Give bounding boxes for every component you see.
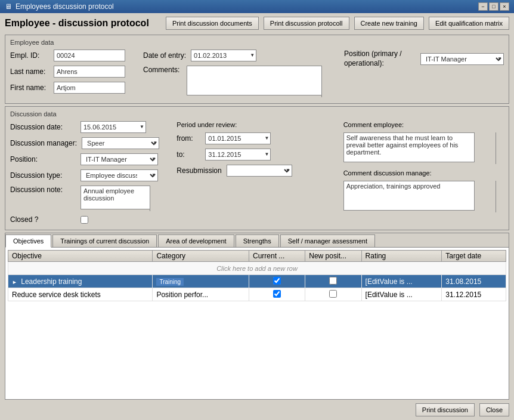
period-from-label: from:: [177, 134, 200, 143]
position-section: Position (primary / operational): IT-IT …: [344, 50, 504, 70]
position-primary-label: Position (primary / operational):: [344, 50, 416, 68]
row1-category: Training: [153, 275, 249, 288]
row1-current: [249, 275, 305, 288]
main-content: Employee - discussion protocol Print dis…: [0, 13, 514, 420]
employee-data-panel: Employee data Empl. ID: Last name: First…: [5, 35, 509, 104]
table-row[interactable]: ► Leadership training Training [EditVal: [8, 275, 506, 288]
add-row-text[interactable]: Click here to add a new row: [8, 262, 506, 275]
tab-self-assessment[interactable]: Self / manager assessment: [280, 234, 375, 247]
row1-objective: ► Leadership training: [8, 275, 153, 288]
footer-row: Print discussion Close: [5, 402, 509, 416]
disc-date-row: Discussion date:: [10, 121, 171, 133]
row1-expander[interactable]: ►: [12, 279, 17, 285]
comments-row: Comments:: [143, 66, 330, 97]
period-from-input[interactable]: [205, 132, 271, 144]
employee-id-section: Empl. ID: Last name: First name:: [10, 50, 125, 96]
restore-button[interactable]: □: [489, 2, 498, 11]
closed-label: Closed ?: [10, 215, 76, 224]
position-row: Position (primary / operational): IT-IT …: [344, 50, 504, 68]
comments-textarea[interactable]: [187, 66, 330, 95]
row1-new-pos: [305, 275, 361, 288]
col-target-date: Target date: [442, 251, 506, 262]
comment-manager-textarea[interactable]: Appreciation, trainings approved: [343, 181, 475, 211]
comments-scrollbar: [321, 66, 330, 97]
comment-employee-wrapper: Self awareness that he must learn to pre…: [343, 132, 504, 164]
edit-matrix-button[interactable]: Edit qualification matrix: [429, 17, 509, 30]
row2-new-pos-checkbox[interactable]: [329, 290, 337, 298]
title-bar: 🖥 Employees discussion protocol − □ ×: [0, 0, 514, 13]
discussion-data-title: Discussion data: [10, 110, 504, 118]
comment-employee-scrollbar: [496, 132, 504, 164]
comment-employee-textarea[interactable]: Self awareness that he must learn to pre…: [343, 132, 475, 162]
close-main-button[interactable]: Close: [479, 403, 509, 416]
row2-new-pos: [305, 288, 361, 301]
employee-data-title: Employee data: [10, 39, 504, 46]
tabs-container: Objectives Trainings of current discussi…: [5, 233, 509, 400]
row1-target-date: 31.08.2015: [442, 275, 506, 288]
first-name-row: First name:: [10, 82, 125, 94]
minimize-button[interactable]: −: [478, 2, 488, 11]
disc-manager-label: Discussion manager:: [10, 139, 77, 147]
disc-position-label: Position:: [10, 155, 76, 163]
last-name-input[interactable]: [54, 66, 125, 78]
table-row[interactable]: Reduce service desk tickets Position per…: [8, 288, 506, 301]
disc-manager-select[interactable]: Speer: [82, 137, 159, 149]
last-name-label: Last name:: [10, 67, 49, 76]
disc-type-label: Discussion type:: [10, 171, 76, 180]
row2-current-checkbox[interactable]: [273, 290, 281, 298]
disc-note-row: Discussion note: Annual employee discuss…: [10, 186, 171, 211]
col-current: Current ...: [249, 251, 305, 262]
date-entry-row: Date of entry:: [143, 50, 330, 61]
row1-category-tag: Training: [156, 278, 184, 286]
disc-type-select[interactable]: Employee discussion: [80, 169, 158, 181]
closed-checkbox[interactable]: [80, 216, 88, 224]
disc-position-select[interactable]: IT-IT Manager: [80, 153, 158, 165]
app-icon: 🖥: [5, 2, 12, 11]
print-docs-button[interactable]: Print discussion documents: [166, 17, 259, 30]
date-entry-input[interactable]: [191, 50, 256, 61]
comment-employee-label-row: Comment employee:: [343, 121, 504, 128]
disc-manager-row: Discussion manager: Speer: [10, 137, 171, 149]
disc-middle-col: Period under review: from: to: Resubmiss…: [177, 121, 337, 226]
empl-id-input[interactable]: [54, 50, 125, 61]
period-to-input[interactable]: [205, 149, 271, 160]
tab-objectives[interactable]: Objectives: [5, 234, 51, 248]
tab-area[interactable]: Area of development: [158, 234, 234, 247]
title-bar-controls: − □ ×: [478, 2, 509, 11]
resubmission-row: Resubmission: [177, 165, 337, 177]
last-name-row: Last name:: [10, 66, 125, 78]
row1-current-checkbox[interactable]: [273, 277, 281, 285]
col-new-pos: New posit...: [305, 251, 361, 262]
close-button[interactable]: ×: [500, 2, 509, 11]
row1-new-pos-checkbox[interactable]: [329, 277, 337, 285]
empl-id-row: Empl. ID:: [10, 50, 125, 61]
col-category: Category: [153, 251, 249, 262]
resubmission-label: Resubmission: [177, 166, 221, 175]
row1-rating: [EditValue is ...: [361, 275, 442, 288]
tab-strengths[interactable]: Strengths: [236, 234, 279, 247]
disc-right-col: Comment employee: Self awareness that he…: [343, 121, 504, 226]
row2-current: [249, 288, 305, 301]
row2-category: Position perfor...: [153, 288, 249, 301]
position-select[interactable]: IT-IT Manager: [420, 53, 504, 65]
print-protocol-button[interactable]: Print discussion protocoll: [264, 17, 349, 30]
first-name-label: First name:: [10, 84, 49, 92]
date-entry-label: Date of entry:: [143, 51, 186, 60]
tab-content-objectives: Objective Category Current ... New posit…: [5, 248, 509, 399]
create-training-button[interactable]: Create new training: [354, 17, 424, 30]
period-to-label: to:: [177, 150, 200, 159]
add-row[interactable]: Click here to add a new row: [8, 262, 506, 275]
period-label: Period under review:: [177, 121, 237, 128]
first-name-input[interactable]: [54, 82, 125, 94]
comment-manager-label-row: Comment discussion manage:: [343, 169, 504, 177]
row2-rating: [EditValue is ...: [361, 288, 442, 301]
resubmission-select[interactable]: [227, 165, 292, 177]
row2-target-date: 31.12.2015: [442, 288, 506, 301]
comments-label: Comments:: [143, 66, 182, 74]
objectives-table: Objective Category Current ... New posit…: [8, 250, 506, 301]
tab-trainings[interactable]: Trainings of current discussion: [52, 234, 157, 247]
disc-note-textarea[interactable]: Annual employee discussion: [80, 186, 158, 209]
comment-employee-label: Comment employee:: [343, 121, 404, 128]
print-discussion-button[interactable]: Print discussion: [416, 403, 475, 416]
disc-date-input[interactable]: [80, 121, 146, 133]
